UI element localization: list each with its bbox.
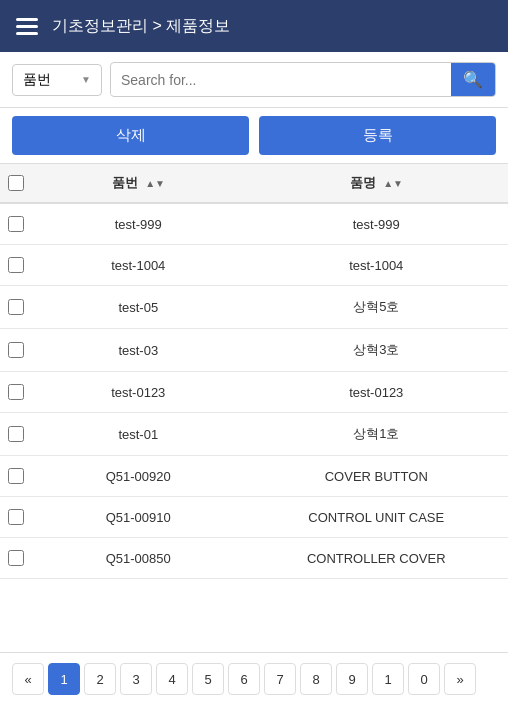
toolbar: 품번 ▼ 🔍 bbox=[0, 52, 508, 108]
row-code: Q51-00920 bbox=[32, 456, 245, 497]
table-row: test-0123 test-0123 bbox=[0, 372, 508, 413]
search-box: 🔍 bbox=[110, 62, 496, 97]
filter-dropdown-label: 품번 bbox=[23, 71, 51, 89]
page-button-8[interactable]: 8 bbox=[300, 663, 332, 695]
row-name: test-1004 bbox=[245, 245, 509, 286]
table-row: test-1004 test-1004 bbox=[0, 245, 508, 286]
row-checkbox-cell bbox=[0, 413, 32, 456]
table-header-row: 품번 ▲▼ 품명 ▲▼ bbox=[0, 164, 508, 204]
row-checkbox-3[interactable] bbox=[8, 342, 24, 358]
app-header: 기초정보관리 > 제품정보 bbox=[0, 0, 508, 52]
table-row: Q51-00850 CONTROLLER COVER bbox=[0, 538, 508, 579]
search-icon: 🔍 bbox=[463, 70, 483, 89]
page-button-2[interactable]: 2 bbox=[84, 663, 116, 695]
table-row: test-01 상혁1호 bbox=[0, 413, 508, 456]
row-code: test-1004 bbox=[32, 245, 245, 286]
row-checkbox-cell bbox=[0, 456, 32, 497]
row-checkbox-7[interactable] bbox=[8, 509, 24, 525]
page-title: 기초정보관리 > 제품정보 bbox=[52, 16, 230, 37]
select-all-checkbox[interactable] bbox=[8, 175, 24, 191]
col-header-code[interactable]: 품번 ▲▼ bbox=[32, 164, 245, 204]
row-checkbox-cell bbox=[0, 203, 32, 245]
product-table: 품번 ▲▼ 품명 ▲▼ test-999 test-999 bbox=[0, 163, 508, 579]
row-checkbox-5[interactable] bbox=[8, 426, 24, 442]
table-row: Q51-00910 CONTROL UNIT CASE bbox=[0, 497, 508, 538]
row-code: Q51-00850 bbox=[32, 538, 245, 579]
chevron-down-icon: ▼ bbox=[81, 74, 91, 85]
delete-button[interactable]: 삭제 bbox=[12, 116, 249, 155]
row-code: test-01 bbox=[32, 413, 245, 456]
table-row: test-05 상혁5호 bbox=[0, 286, 508, 329]
row-name: 상혁1호 bbox=[245, 413, 509, 456]
table-row: test-999 test-999 bbox=[0, 203, 508, 245]
menu-icon[interactable] bbox=[16, 18, 38, 35]
table-container: 품번 ▲▼ 품명 ▲▼ test-999 test-999 bbox=[0, 163, 508, 652]
row-name: CONTROLLER COVER bbox=[245, 538, 509, 579]
row-checkbox-cell bbox=[0, 329, 32, 372]
prev-page-button[interactable]: « bbox=[12, 663, 44, 695]
row-code: test-999 bbox=[32, 203, 245, 245]
row-name: test-999 bbox=[245, 203, 509, 245]
page-button-10[interactable]: 1 bbox=[372, 663, 404, 695]
page-button-11[interactable]: 0 bbox=[408, 663, 440, 695]
row-checkbox-2[interactable] bbox=[8, 299, 24, 315]
action-bar: 삭제 등록 bbox=[0, 108, 508, 163]
row-name: COVER BUTTON bbox=[245, 456, 509, 497]
row-checkbox-cell bbox=[0, 286, 32, 329]
search-button[interactable]: 🔍 bbox=[451, 63, 495, 96]
sort-icon-code: ▲▼ bbox=[145, 178, 165, 189]
row-name: 상혁3호 bbox=[245, 329, 509, 372]
table-row: test-03 상혁3호 bbox=[0, 329, 508, 372]
row-checkbox-1[interactable] bbox=[8, 257, 24, 273]
row-code: test-03 bbox=[32, 329, 245, 372]
row-code: Q51-00910 bbox=[32, 497, 245, 538]
row-checkbox-6[interactable] bbox=[8, 468, 24, 484]
app-container: 기초정보관리 > 제품정보 품번 ▼ 🔍 삭제 등록 bbox=[0, 0, 508, 705]
row-checkbox-0[interactable] bbox=[8, 216, 24, 232]
register-button[interactable]: 등록 bbox=[259, 116, 496, 155]
col-header-check bbox=[0, 164, 32, 204]
table-body: test-999 test-999 test-1004 test-1004 te… bbox=[0, 203, 508, 579]
filter-dropdown[interactable]: 품번 ▼ bbox=[12, 64, 102, 96]
row-code: test-0123 bbox=[32, 372, 245, 413]
next-page-button[interactable]: » bbox=[444, 663, 476, 695]
row-checkbox-cell bbox=[0, 538, 32, 579]
sort-icon-name: ▲▼ bbox=[383, 178, 403, 189]
page-button-6[interactable]: 6 bbox=[228, 663, 260, 695]
page-button-3[interactable]: 3 bbox=[120, 663, 152, 695]
page-button-5[interactable]: 5 bbox=[192, 663, 224, 695]
table-row: Q51-00920 COVER BUTTON bbox=[0, 456, 508, 497]
row-name: test-0123 bbox=[245, 372, 509, 413]
page-button-4[interactable]: 4 bbox=[156, 663, 188, 695]
page-button-1[interactable]: 1 bbox=[48, 663, 80, 695]
search-input[interactable] bbox=[111, 65, 451, 95]
pagination: « 1 2 3 4 5 6 7 8 9 1 0 » bbox=[0, 652, 508, 705]
row-name: 상혁5호 bbox=[245, 286, 509, 329]
row-checkbox-4[interactable] bbox=[8, 384, 24, 400]
row-checkbox-cell bbox=[0, 497, 32, 538]
row-checkbox-cell bbox=[0, 245, 32, 286]
page-button-9[interactable]: 9 bbox=[336, 663, 368, 695]
row-name: CONTROL UNIT CASE bbox=[245, 497, 509, 538]
row-checkbox-8[interactable] bbox=[8, 550, 24, 566]
col-header-name[interactable]: 품명 ▲▼ bbox=[245, 164, 509, 204]
row-checkbox-cell bbox=[0, 372, 32, 413]
row-code: test-05 bbox=[32, 286, 245, 329]
page-button-7[interactable]: 7 bbox=[264, 663, 296, 695]
